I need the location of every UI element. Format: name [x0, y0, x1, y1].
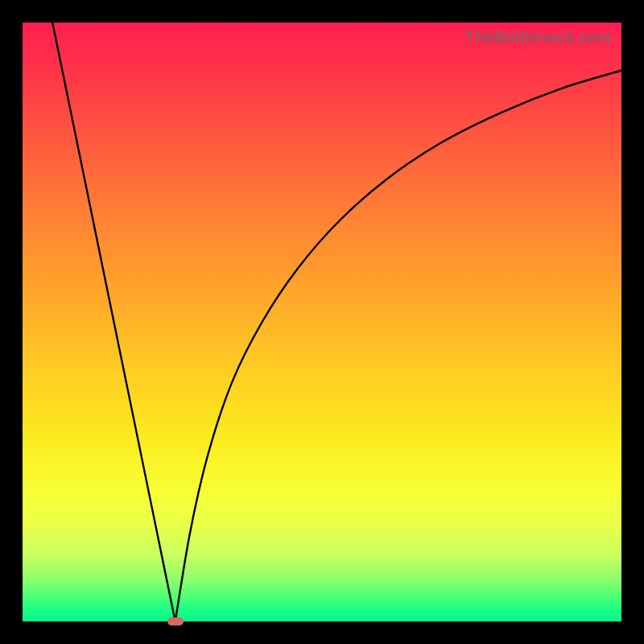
chart-frame: TheBottleneck.com [0, 0, 644, 644]
min-marker [167, 617, 184, 625]
curve-path [52, 23, 621, 621]
plot-area: TheBottleneck.com [23, 23, 621, 621]
bottleneck-curve [23, 23, 621, 621]
